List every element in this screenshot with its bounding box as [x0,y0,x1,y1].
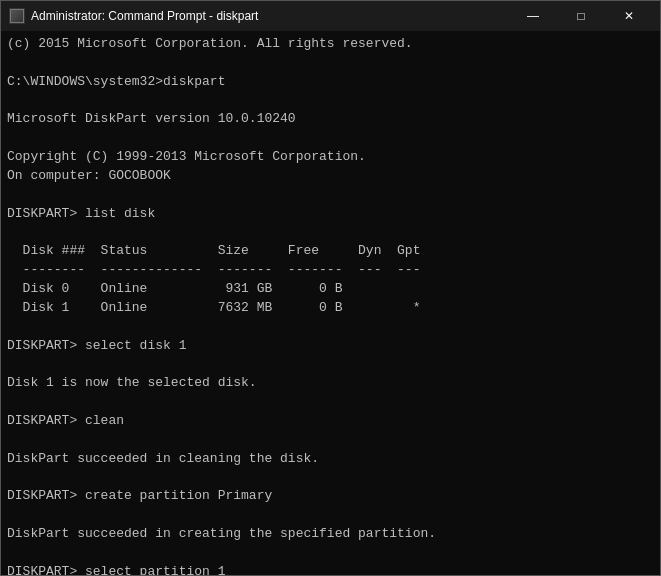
terminal-line: DISKPART> select partition 1 [7,563,654,575]
title-bar: Administrator: Command Prompt - diskpart… [1,1,660,31]
terminal-line [7,186,654,205]
command-prompt-window: Administrator: Command Prompt - diskpart… [0,0,661,576]
terminal-line: Disk ### Status Size Free Dyn Gpt [7,242,654,261]
terminal-line: (c) 2015 Microsoft Corporation. All righ… [7,35,654,54]
terminal-line [7,318,654,337]
terminal-output[interactable]: (c) 2015 Microsoft Corporation. All righ… [1,31,660,575]
terminal-line [7,431,654,450]
terminal-line [7,544,654,563]
terminal-line: DISKPART> list disk [7,205,654,224]
terminal-line: DiskPart succeeded in creating the speci… [7,525,654,544]
terminal-line: C:\WINDOWS\system32>diskpart [7,73,654,92]
terminal-line [7,54,654,73]
close-button[interactable]: ✕ [606,2,652,30]
terminal-line [7,92,654,111]
terminal-line: On computer: GOCOBOOK [7,167,654,186]
maximize-button[interactable]: □ [558,2,604,30]
terminal-line: DISKPART> clean [7,412,654,431]
title-bar-left: Administrator: Command Prompt - diskpart [9,8,258,24]
terminal-line [7,468,654,487]
terminal-line [7,223,654,242]
terminal-line: Disk 0 Online 931 GB 0 B [7,280,654,299]
terminal-line: Disk 1 is now the selected disk. [7,374,654,393]
minimize-button[interactable]: — [510,2,556,30]
terminal-line [7,355,654,374]
terminal-line: DISKPART> select disk 1 [7,337,654,356]
window-title: Administrator: Command Prompt - diskpart [31,9,258,23]
terminal-line: Disk 1 Online 7632 MB 0 B * [7,299,654,318]
terminal-line: DiskPart succeeded in cleaning the disk. [7,450,654,469]
terminal-line [7,129,654,148]
terminal-line [7,393,654,412]
window-controls: — □ ✕ [510,2,652,30]
terminal-line: -------- ------------- ------- ------- -… [7,261,654,280]
terminal-line: DISKPART> create partition Primary [7,487,654,506]
terminal-line: Microsoft DiskPart version 10.0.10240 [7,110,654,129]
app-icon [9,8,25,24]
terminal-line [7,506,654,525]
terminal-line: Copyright (C) 1999-2013 Microsoft Corpor… [7,148,654,167]
